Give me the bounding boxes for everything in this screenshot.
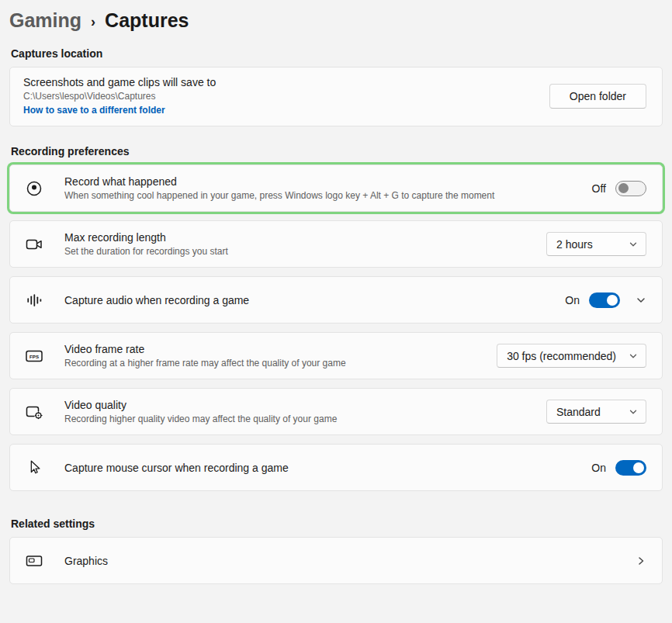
row-text: Record what happened When something cool… bbox=[64, 175, 592, 201]
settings-captures-page: Gaming › Captures Captures location Scre… bbox=[0, 0, 672, 584]
row-text: Capture audio when recording a game bbox=[64, 294, 565, 306]
row-record-what-happened: Record what happened When something cool… bbox=[9, 164, 663, 212]
capture-audio-toggle[interactable] bbox=[589, 292, 620, 308]
row-title: Max recording length bbox=[64, 231, 546, 244]
different-folder-link[interactable]: How to save to a different folder bbox=[23, 105, 216, 116]
row-max-recording-length: Max recording length Set the duration fo… bbox=[9, 220, 663, 268]
fps-icon: FPS bbox=[24, 347, 44, 365]
row-controls: 30 fps (recommended) bbox=[497, 344, 646, 368]
dropdown-value: 2 hours bbox=[556, 238, 593, 251]
chevron-down-icon bbox=[629, 407, 638, 417]
row-title: Graphics bbox=[64, 555, 636, 567]
dropdown-value: 30 fps (recommended) bbox=[507, 350, 616, 362]
toggle-state-label: On bbox=[591, 462, 606, 474]
record-what-happened-toggle[interactable] bbox=[615, 181, 646, 196]
toggle-knob bbox=[633, 462, 644, 473]
toggle-knob bbox=[607, 295, 618, 306]
monitor-icon bbox=[24, 552, 44, 570]
row-text: Capture mouse cursor when recording a ga… bbox=[64, 462, 591, 474]
page-title: Captures bbox=[105, 9, 189, 32]
row-controls: Off bbox=[592, 181, 646, 196]
row-text: Max recording length Set the duration fo… bbox=[64, 231, 546, 257]
record-icon bbox=[24, 179, 44, 198]
toggle-state-label: Off bbox=[592, 182, 606, 195]
recording-preferences-heading: Recording preferences bbox=[11, 145, 663, 157]
row-subtitle: Set the duration for recordings you star… bbox=[64, 246, 546, 257]
row-subtitle: Recording higher quality video may affec… bbox=[64, 414, 546, 424]
chevron-right-icon bbox=[636, 556, 646, 566]
row-capture-mouse-cursor: Capture mouse cursor when recording a ga… bbox=[9, 444, 663, 491]
row-subtitle: When something cool happened in your gam… bbox=[64, 190, 592, 201]
svg-text:FPS: FPS bbox=[29, 353, 39, 358]
video-quality-icon bbox=[24, 403, 44, 421]
row-video-frame-rate: FPS Video frame rate Recording at a high… bbox=[9, 332, 663, 379]
breadcrumb: Gaming › Captures bbox=[9, 9, 663, 32]
row-capture-audio[interactable]: Capture audio when recording a game On bbox=[9, 276, 663, 324]
related-settings-heading: Related settings bbox=[11, 517, 663, 530]
captures-location-card: Screenshots and game clips will save to … bbox=[9, 67, 663, 126]
row-text: Graphics bbox=[64, 555, 636, 567]
captures-location-heading: Captures location bbox=[11, 47, 663, 60]
video-camera-icon bbox=[24, 235, 44, 254]
save-location-path: C:\Users\lespo\Videos\Captures bbox=[23, 91, 216, 102]
max-recording-length-dropdown[interactable]: 2 hours bbox=[546, 232, 646, 256]
save-location-title: Screenshots and game clips will save to bbox=[23, 76, 216, 88]
row-title: Capture audio when recording a game bbox=[64, 294, 565, 306]
mouse-cursor-icon bbox=[24, 459, 44, 476]
toggle-knob bbox=[618, 183, 629, 193]
open-folder-button[interactable]: Open folder bbox=[549, 84, 646, 109]
breadcrumb-separator-icon: › bbox=[91, 12, 95, 30]
row-title: Capture mouse cursor when recording a ga… bbox=[64, 462, 591, 474]
row-video-quality: Video quality Recording higher quality v… bbox=[9, 388, 663, 435]
video-frame-rate-dropdown[interactable]: 30 fps (recommended) bbox=[497, 344, 646, 368]
dropdown-value: Standard bbox=[556, 406, 601, 418]
row-subtitle: Recording at a higher frame rate may aff… bbox=[64, 358, 497, 369]
row-controls: Standard bbox=[546, 400, 646, 424]
row-controls: 2 hours bbox=[546, 232, 646, 256]
audio-waveform-icon bbox=[24, 292, 44, 309]
row-controls: On bbox=[565, 292, 646, 308]
chevron-down-icon bbox=[629, 351, 638, 361]
expand-chevron-down-icon[interactable] bbox=[636, 295, 646, 306]
capture-mouse-cursor-toggle[interactable] bbox=[615, 460, 646, 476]
chevron-down-icon bbox=[629, 240, 638, 249]
save-location-info: Screenshots and game clips will save to … bbox=[23, 76, 216, 116]
row-title: Video frame rate bbox=[64, 343, 497, 355]
row-title: Record what happened bbox=[64, 175, 592, 188]
row-text: Video frame rate Recording at a higher f… bbox=[64, 343, 497, 369]
toggle-state-label: On bbox=[565, 294, 580, 306]
row-controls: On bbox=[591, 460, 646, 476]
video-quality-dropdown[interactable]: Standard bbox=[546, 400, 646, 424]
graphics-row[interactable]: Graphics bbox=[9, 537, 663, 584]
breadcrumb-gaming[interactable]: Gaming bbox=[9, 9, 81, 32]
row-title: Video quality bbox=[64, 399, 546, 411]
row-text: Video quality Recording higher quality v… bbox=[64, 399, 546, 424]
